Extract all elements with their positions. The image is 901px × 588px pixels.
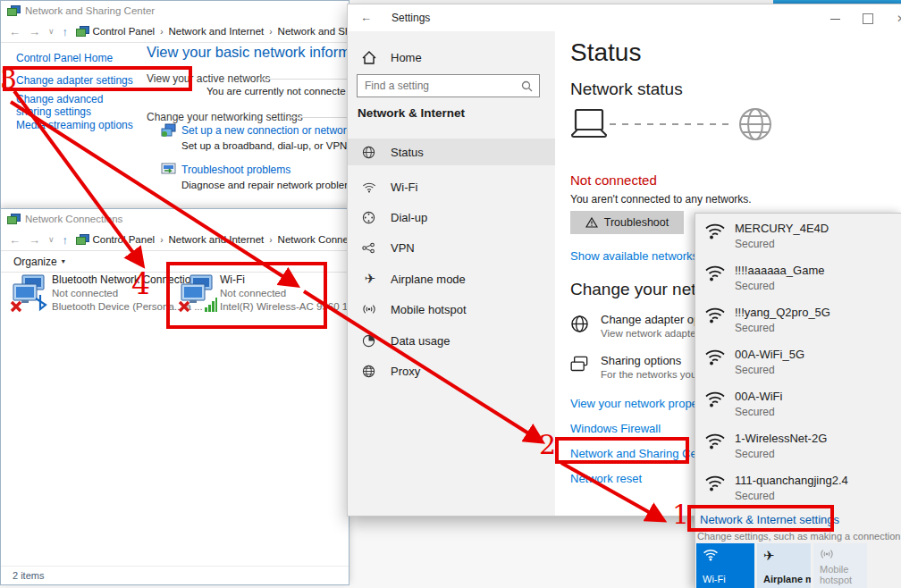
close-button[interactable]: ✕ xyxy=(897,13,901,25)
troubleshoot-button[interactable]: Troubleshoot xyxy=(570,211,684,234)
advanced-sharing-link[interactable]: Change advanced sharing settings xyxy=(16,93,141,119)
troubleshoot-problems-link[interactable]: Troubleshoot problems xyxy=(181,164,291,176)
airplane-mode-tile[interactable]: ✈ Airplane mode xyxy=(757,543,811,588)
change-networking-label: Change your networking settings xyxy=(147,111,303,123)
dialup-icon xyxy=(362,211,378,224)
chevron-icon: › xyxy=(160,235,163,245)
mobile-hotspot-tile[interactable]: Mobile hotspot xyxy=(813,543,867,588)
back-icon[interactable]: ← xyxy=(360,11,372,24)
tile-label: Airplane mode xyxy=(763,574,811,584)
network-status: Secured xyxy=(735,322,830,334)
show-available-networks-link[interactable]: Show available networks xyxy=(570,249,698,263)
warning-icon xyxy=(585,217,598,228)
wifi-network-item[interactable]: 00A-WiFiSecured xyxy=(695,388,901,427)
bluetooth-icon xyxy=(36,295,46,309)
proxy-icon xyxy=(362,365,378,378)
wifi-network-item[interactable]: MERCURY_4E4DSecured xyxy=(695,220,901,259)
wifi-network-item[interactable]: !!!yang_Q2pro_5GSecured xyxy=(695,304,901,343)
data-usage-icon xyxy=(362,334,378,348)
chevron-icon: › xyxy=(160,27,163,37)
media-streaming-link[interactable]: Media streaming options xyxy=(16,119,133,131)
not-connected-title: Not connected xyxy=(570,172,657,188)
sidebar-item-airplane[interactable]: ✈ Airplane mode xyxy=(348,265,555,292)
nsc-titlebar[interactable]: Network and Sharing Center xyxy=(1,1,349,21)
sharing-options-icon xyxy=(570,356,589,373)
active-networks-label: View your active networks xyxy=(147,72,271,85)
chevron-icon: › xyxy=(269,27,272,37)
breadcrumb-network-internet[interactable]: Network and Internet xyxy=(168,26,264,37)
chevron-icon: › xyxy=(269,235,272,245)
wifi-tile[interactable]: Wi-Fi xyxy=(696,543,754,588)
breadcrumb-control-panel[interactable]: Control Panel xyxy=(92,234,155,245)
airplane-icon: ✈ xyxy=(362,271,378,287)
setup-connection-link[interactable]: Set up a new connection or network xyxy=(181,124,349,137)
breadcrumb-network-internet[interactable]: Network and Internet xyxy=(168,234,264,245)
network-name: 111-quanchangjing2.4 xyxy=(735,474,848,487)
sidebar-item-wifi[interactable]: Wi-Fi xyxy=(348,173,555,200)
not-connected-desc: You aren't connected to any networks. xyxy=(570,193,752,206)
minimize-button[interactable] xyxy=(830,19,840,20)
network-name: MERCURY_4E4D xyxy=(735,222,829,235)
search-icon[interactable] xyxy=(521,80,533,92)
breadcrumb-nsc[interactable]: Network and Sharing Center xyxy=(278,26,349,37)
search-input[interactable] xyxy=(358,79,521,93)
sidebar-item-datausage[interactable]: Data usage xyxy=(348,327,555,354)
organize-menu[interactable]: Organize xyxy=(13,256,57,268)
signal-bars-icon xyxy=(205,298,217,312)
windows-firewall-link[interactable]: Windows Firewall xyxy=(570,422,661,435)
troubleshoot-label: Troubleshoot xyxy=(604,216,669,229)
adapter-device: Intel(R) Wireless-AC 9560 160MH xyxy=(220,301,349,312)
sidebar-item-label: Status xyxy=(391,146,424,159)
network-reset-link[interactable]: Network reset xyxy=(570,472,642,485)
change-adapter-settings-link[interactable]: Change adapter settings xyxy=(16,74,133,87)
wifi-network-item[interactable]: 111-quanchangjing2.4Secured xyxy=(695,472,901,511)
forward-icon[interactable]: → xyxy=(29,25,40,38)
network-status: Secured xyxy=(735,406,782,418)
settings-titlebar[interactable]: ← Settings ✕ xyxy=(348,4,901,31)
wifi-network-item[interactable]: 00A-WiFi_5GSecured xyxy=(695,346,901,385)
item-title: Sharing options xyxy=(601,354,681,367)
control-panel-home-link[interactable]: Control Panel Home xyxy=(16,52,113,64)
error-x-icon xyxy=(12,302,21,311)
adapter-monitors-icon xyxy=(178,273,217,313)
wifi-icon xyxy=(704,432,726,449)
maximize-button[interactable] xyxy=(863,13,873,24)
wifi-icon xyxy=(704,222,726,239)
breadcrumb-control-panel[interactable]: Control Panel xyxy=(92,26,155,37)
network-name: 00A-WiFi xyxy=(735,390,782,403)
sidebar-item-status[interactable]: Status xyxy=(348,139,555,165)
wifi-flyout: MERCURY_4E4DSecured !!!!aaaaaa_GameSecur… xyxy=(695,213,901,588)
sidebar-item-proxy[interactable]: Proxy xyxy=(348,357,555,384)
network-name: !!!!aaaaaa_Game xyxy=(735,264,824,277)
tile-label: Wi-Fi xyxy=(703,574,726,584)
sidebar-item-hotspot[interactable]: Mobile hotspot xyxy=(348,296,555,323)
sidebar-item-dialup[interactable]: Dial-up xyxy=(348,204,555,231)
breadcrumb-network-connections[interactable]: Network Connections xyxy=(278,234,349,245)
up-icon[interactable]: ↑ xyxy=(63,25,69,38)
forward-icon[interactable]: → xyxy=(29,233,40,247)
vpn-icon xyxy=(362,242,378,254)
sidebar-item-vpn[interactable]: VPN xyxy=(348,234,555,261)
network-connections-window: Network Connections ← → ∨ ↑ › Control Pa… xyxy=(0,208,349,585)
history-caret-icon[interactable]: ∨ xyxy=(48,235,55,244)
history-caret-icon[interactable]: ∨ xyxy=(48,27,55,36)
adapter-wifi[interactable]: Wi-Fi Not connected Intel(R) Wireless-AC… xyxy=(178,272,339,325)
back-icon[interactable]: ← xyxy=(9,25,21,38)
nc-titlebar[interactable]: Network Connections xyxy=(1,209,349,229)
up-icon[interactable]: ↑ xyxy=(63,233,69,247)
sidebar-item-home[interactable]: Home xyxy=(348,44,555,71)
flyout-caption: Change settings, such as making a connec… xyxy=(697,531,901,542)
network-name: !!!yang_Q2pro_5G xyxy=(735,306,830,319)
back-icon[interactable]: ← xyxy=(9,233,21,247)
tile-label: Mobile hotspot xyxy=(820,564,864,586)
network-internet-settings-link[interactable]: Network & Internet settings xyxy=(700,513,839,526)
wifi-icon xyxy=(703,548,754,561)
network-sharing-center-window: Network and Sharing Center ← → ∨ ↑ › Con… xyxy=(0,0,349,214)
home-icon xyxy=(362,51,378,64)
settings-search-box[interactable] xyxy=(357,74,540,97)
wifi-network-item[interactable]: !!!!aaaaaa_GameSecured xyxy=(695,262,901,301)
network-status: Secured xyxy=(735,238,829,250)
desktop: Network and Sharing Center ← → ∨ ↑ › Con… xyxy=(0,0,901,588)
wifi-icon xyxy=(704,264,726,281)
wifi-network-item[interactable]: 1-WirelessNet-2GSecured xyxy=(695,430,901,469)
